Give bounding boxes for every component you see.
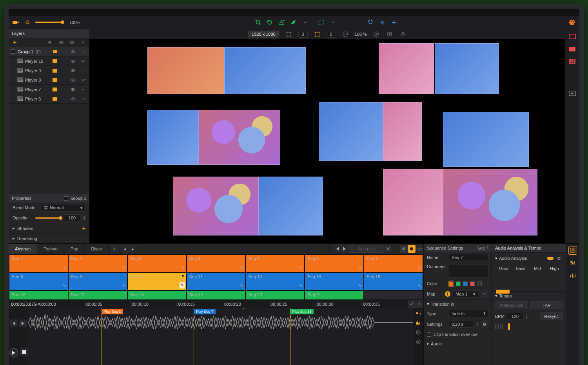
tri-add-icon[interactable]: + [278,18,285,26]
resync-button[interactable]: Resync [540,312,563,320]
seq-cell-empty[interactable] [364,291,423,299]
mixer-icon[interactable] [568,259,577,267]
opacity-slider[interactable] [35,217,61,219]
tab-pop[interactable]: Pop [64,244,85,254]
seq-cell[interactable]: Seq 6✎ [305,255,363,272]
pos-x-icon[interactable] [285,30,293,38]
solo-icon[interactable] [57,38,65,46]
layer-row[interactable]: Player 8 [9,75,89,85]
canvas-viewport[interactable] [89,39,565,243]
tab-abstract[interactable]: Abstract [9,244,37,254]
color-swatch[interactable] [456,281,461,286]
timeline-ruler[interactable]: 00:00:23.875 ▴▾ 00:00:00 00:00:05 00:00:… [9,300,423,308]
seq-cell[interactable]: Seq 8✎ [9,273,68,290]
shaders-section[interactable]: ▸Shaders+ [9,223,89,233]
seq-cell[interactable]: Seq 5✎ [246,255,304,272]
edit-icon[interactable]: ✎ [181,265,185,270]
move-icon[interactable] [399,30,407,38]
overflow-checkbox[interactable]: ✓ [427,332,431,337]
brightness-icon[interactable] [24,18,31,26]
gear-icon[interactable] [416,245,423,253]
audio-section[interactable]: ▸ Audio [424,339,492,348]
edit-icon[interactable]: ✎ [417,283,421,288]
audio-analysis-section[interactable]: ▾ Audio Analysis⚙ [492,252,566,264]
seq-cell[interactable]: Seq 7✎ [364,255,423,272]
screen-icon[interactable] [51,76,59,84]
play-button[interactable] [9,348,18,358]
stop-button[interactable] [20,348,28,356]
timeline-marker[interactable] [290,308,290,365]
seq-cell[interactable]: Seq 12✎ [246,273,304,290]
color-swatch[interactable] [463,281,468,286]
expand-icon[interactable]: ⤢ [408,300,416,308]
canvas-tile[interactable] [173,177,259,235]
projector-icon[interactable] [12,18,20,26]
color-swatch[interactable] [470,281,475,286]
edit-icon[interactable]: ✎ [63,283,66,288]
name-input[interactable]: Seq 7 [449,254,488,261]
prev-tab-icon[interactable]: ◂ [121,245,129,253]
audio-bars-icon[interactable] [414,319,422,327]
eye-icon[interactable] [69,67,77,75]
plus-icon[interactable] [390,18,398,26]
gear-icon[interactable] [481,290,488,298]
blend-mode-select[interactable]: Normal▾ [41,204,85,212]
properties-checkbox[interactable] [64,196,68,201]
canvas-tile[interactable] [443,169,537,235]
chevron-down-icon[interactable] [329,18,337,26]
group-checkbox[interactable] [11,49,15,54]
seq-cell-active[interactable]: Seq 10✎ [128,273,186,290]
seq-cell[interactable]: Seq 16 [9,291,68,299]
canvas-tile[interactable] [147,110,199,165]
output-play-icon[interactable] [568,89,577,98]
chevron-down-icon[interactable] [79,86,87,93]
seq-cell[interactable]: Seq 17 [69,291,127,299]
pos-x-value[interactable]: 0 [298,31,308,38]
seq-cell[interactable]: Seq 21 [305,291,363,299]
levels-icon[interactable] [568,271,577,280]
canvas-tile[interactable] [319,102,383,161]
rotate-icon[interactable] [266,18,274,26]
chevron-down-icon[interactable] [79,95,87,103]
edit-icon[interactable]: ✎ [180,282,185,288]
gear-icon[interactable] [416,300,423,308]
canvas-tile[interactable] [224,47,306,94]
seq-cell[interactable]: Seq 2✎ [69,255,127,272]
layer-row[interactable]: Player 10 [9,57,89,66]
grid-view-icon[interactable] [568,246,577,255]
zoom-in-icon[interactable] [372,30,380,38]
chevron-down-icon[interactable] [79,57,87,65]
comment-input[interactable] [449,264,488,277]
stepper-icon[interactable]: ▴▾ [476,322,478,327]
color-swatch[interactable] [449,281,454,286]
add-shader-button[interactable]: + [82,225,85,232]
timeline-flag[interactable]: Play Seq 13 [290,309,314,314]
autopilot-button[interactable]: Autopilot [349,245,384,253]
tab-disco[interactable]: Disco [85,244,109,254]
skip-next-icon[interactable] [19,319,27,327]
canvas-tile[interactable] [147,47,225,94]
magnet-icon[interactable] [367,18,374,26]
skip-prev-icon[interactable] [333,245,341,253]
timeline-marker[interactable] [102,308,102,365]
canvas-tile[interactable] [443,112,529,167]
rec-active-icon[interactable] [408,245,416,253]
add-tab-button[interactable]: + [111,245,119,253]
edit-icon[interactable]: ✎ [240,265,243,270]
timeline-flag[interactable]: Play Seq 3 [102,309,123,314]
timeline-flag[interactable]: Play Seq 7 [194,309,216,314]
timeline-marker[interactable] [194,308,194,365]
edit-icon[interactable]: ✎ [122,283,125,288]
tap-button[interactable]: TAP [530,301,563,309]
fit-icon[interactable] [386,30,394,38]
layer-row[interactable]: Player 7 [9,85,89,94]
crop-icon[interactable] [254,18,262,26]
rendering-section[interactable]: ▸Rendering [9,233,89,243]
zoom-out-icon[interactable] [341,30,349,38]
seq-cell[interactable]: Seq 18 [128,291,186,299]
color-swatch[interactable] [477,281,482,286]
info-icon[interactable]: i [445,291,450,297]
screen-icon[interactable] [51,67,59,75]
timeline-waveform[interactable]: Play Seq 3 Play Seq 7 Play Seq 13 [28,308,413,365]
seq-cell[interactable]: Seq 20 [246,291,304,299]
